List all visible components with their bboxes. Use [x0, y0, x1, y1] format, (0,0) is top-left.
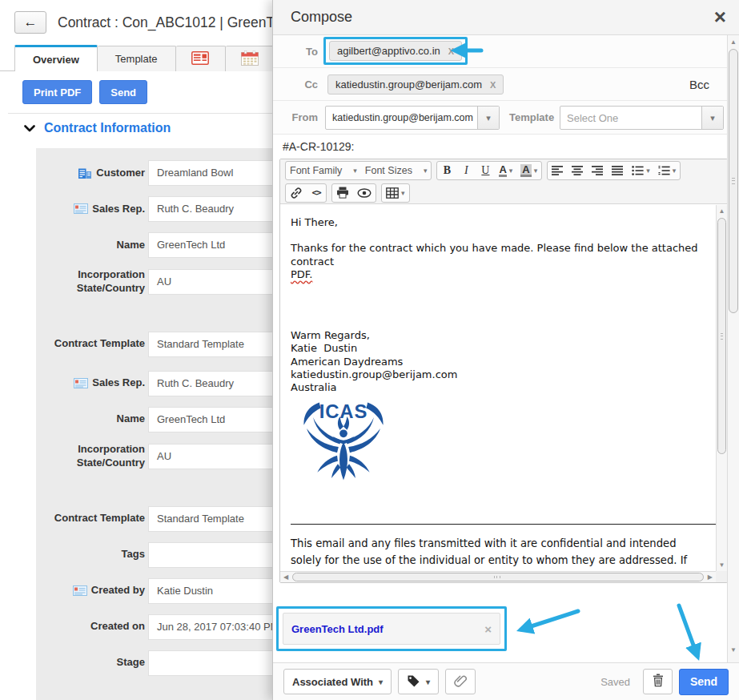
signature-line: American Daydreams — [291, 356, 706, 368]
align-justify-icon[interactable] — [608, 162, 628, 179]
align-center-icon[interactable] — [568, 162, 588, 179]
scroll-left-icon[interactable]: ◀ — [281, 572, 291, 582]
to-row: To agilbert@apptivo.co.in X — [273, 35, 727, 68]
to-recipient-chip[interactable]: agilbert@apptivo.co.in X — [329, 41, 462, 61]
text-color-button[interactable]: A▾ — [495, 162, 516, 179]
field-label-cell: Stage — [41, 656, 145, 670]
signature-line: Katie Dustin — [291, 342, 706, 355]
remove-to-recipient-icon[interactable]: X — [448, 46, 454, 56]
scroll-up-icon[interactable]: ▲ — [728, 38, 739, 46]
from-select[interactable]: katiedustin.group@berijam.com ▾ — [325, 106, 500, 130]
font-sizes-select[interactable]: Font Sizes▾ — [361, 162, 432, 179]
contact-icon — [74, 378, 88, 388]
scrollbar-thumb[interactable] — [292, 573, 704, 581]
scrollbar-corner — [716, 571, 727, 582]
field-label-cell: Name — [41, 412, 145, 426]
remove-attachment-icon[interactable]: × — [484, 622, 492, 636]
attachment-highlight: GreenTech Ltd.pdf × — [276, 606, 507, 651]
underline-button[interactable]: U — [476, 162, 495, 179]
field-label: Created on — [90, 620, 145, 634]
remove-cc-recipient-icon[interactable]: X — [490, 80, 496, 90]
from-label: From — [273, 101, 318, 134]
back-arrow-icon: ← — [24, 14, 38, 30]
field-label: Contract Template — [54, 337, 145, 351]
contract-actions: Print PDF Send — [22, 80, 147, 104]
insert-link-icon[interactable] — [286, 184, 307, 202]
tab-overview[interactable]: Overview — [14, 45, 98, 71]
source-code-icon[interactable]: <> — [307, 184, 326, 202]
bullet-list-button[interactable]: ▾ — [628, 162, 654, 179]
template-select[interactable]: Select One ▾ — [560, 106, 724, 130]
cc-recipient-chip[interactable]: katiedustin.group@berijam.com X — [327, 74, 504, 95]
cc-label: Cc — [273, 68, 318, 100]
align-left-icon[interactable] — [548, 162, 568, 179]
form-icon — [191, 51, 209, 67]
from-row: From katiedustin.group@berijam.com ▾ Tem… — [273, 101, 727, 135]
compose-send-button[interactable]: Send — [679, 669, 729, 695]
scrollbar-thumb[interactable] — [717, 218, 726, 454]
print-pdf-button[interactable]: Print PDF — [22, 80, 92, 104]
back-button[interactable]: ← — [14, 11, 46, 34]
scroll-right-icon[interactable]: ▶ — [705, 572, 715, 582]
chevron-down-icon[interactable]: ▾ — [701, 107, 723, 129]
field-label: Sales Rep. — [92, 203, 145, 216]
compose-header: Compose × — [273, 0, 739, 35]
contact-icon — [73, 585, 87, 596]
body-line-pdf: PDF. — [291, 268, 312, 280]
tab-template[interactable]: Template — [98, 46, 176, 71]
email-signature: Warm Regards,Katie DustinAmerican Daydre… — [291, 329, 706, 394]
field-label-cell: Contract Template — [41, 512, 145, 525]
tag-icon — [407, 674, 420, 690]
field-label-cell: Created by — [41, 584, 145, 597]
subject-input[interactable]: #A-CR-10129: — [273, 135, 727, 159]
chevron-down-icon — [24, 121, 35, 135]
chevron-down-icon: ▾ — [401, 189, 405, 197]
scrollbar-thumb[interactable] — [729, 49, 738, 313]
field-label: Sales Rep. — [92, 376, 145, 390]
italic-button[interactable]: I — [456, 162, 476, 179]
chevron-down-icon[interactable]: ▾ — [477, 107, 499, 129]
chevron-down-icon: ▾ — [509, 167, 513, 175]
contract-send-button[interactable]: Send — [99, 80, 147, 104]
attachment-chip[interactable]: GreenTech Ltd.pdf × — [283, 613, 500, 645]
chevron-down-icon: ▾ — [353, 167, 357, 175]
tab-calendar[interactable] — [226, 46, 275, 71]
attach-file-button[interactable] — [445, 669, 476, 694]
email-body-content[interactable]: Hi There, Thanks for the contract which … — [280, 205, 716, 571]
scroll-up-icon[interactable]: ▲ — [717, 207, 727, 215]
field-label-cell: Incorporation State/Country — [41, 443, 145, 470]
to-label: To — [273, 35, 318, 67]
editor-toolbar-row2: <> ▾ — [280, 182, 727, 204]
scroll-down-icon[interactable]: ▼ — [728, 646, 739, 654]
field-label: Customer — [96, 167, 145, 180]
delete-draft-button[interactable] — [643, 669, 673, 694]
body-line: Thanks for the contract which you have m… — [291, 242, 706, 268]
editor-vertical-scrollbar[interactable]: ▲ ▼ — [716, 205, 727, 571]
associated-with-button[interactable]: Associated With ▾ — [283, 669, 392, 694]
preview-eye-icon[interactable] — [353, 184, 376, 202]
editor-toolbar-row1: Font Family▾ Font Sizes▾ B I U A▾ A▾ ▾ ▾ — [280, 159, 727, 182]
tab-notes[interactable] — [176, 46, 226, 71]
font-family-select[interactable]: Font Family▾ — [286, 162, 361, 179]
background-color-button[interactable]: A▾ — [516, 162, 541, 179]
field-label: Name — [117, 412, 145, 426]
insert-table-button[interactable]: ▾ — [382, 184, 409, 202]
compose-title: Compose — [273, 0, 739, 34]
print-icon[interactable] — [332, 184, 353, 202]
editor-horizontal-scrollbar[interactable]: ◀ ▶ — [280, 571, 716, 582]
numbered-list-button[interactable]: ▾ — [654, 162, 681, 179]
compose-scrollbar[interactable]: ▲ ▼ — [727, 35, 739, 662]
field-label-cell: Contract Template — [41, 337, 145, 351]
bold-button[interactable]: B — [437, 162, 456, 179]
template-placeholder: Select One — [560, 107, 701, 129]
align-right-icon[interactable] — [588, 162, 608, 179]
contract-information-header[interactable]: Contract Information — [24, 121, 171, 135]
attachment-filename-link[interactable]: GreenTech Ltd.pdf — [291, 623, 484, 635]
scroll-down-icon[interactable]: ▼ — [717, 561, 727, 569]
bcc-link[interactable]: Bcc — [689, 68, 709, 100]
app-window: ← Contract : Con_ABC1012 | GreenT Overvi… — [0, 0, 739, 700]
field-label: Incorporation State/Country — [41, 268, 145, 296]
tags-button[interactable]: ▾ — [398, 669, 439, 694]
close-icon[interactable]: × — [714, 5, 726, 29]
to-field-highlight: agilbert@apptivo.co.in X — [323, 37, 468, 65]
